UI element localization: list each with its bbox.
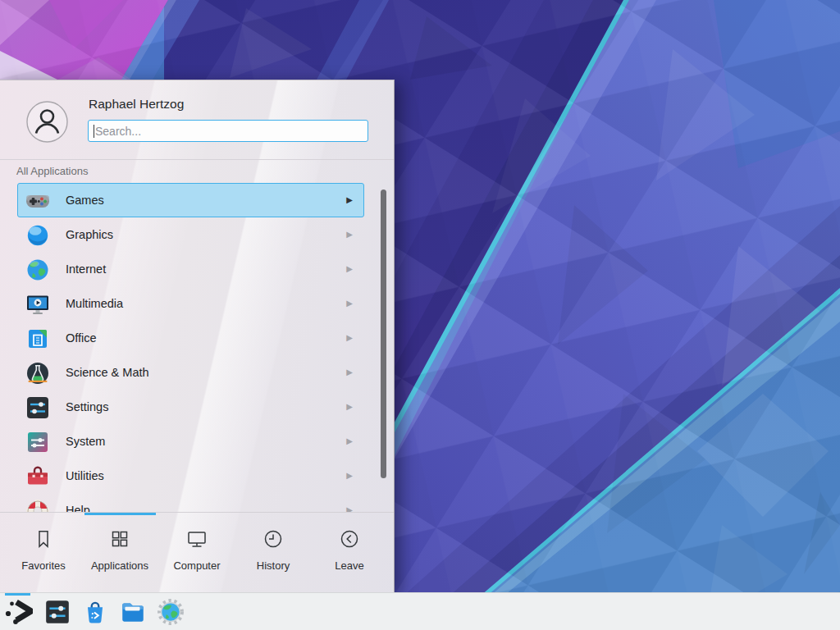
tabbar-separator	[0, 512, 394, 513]
submenu-arrow-icon: ▶	[346, 196, 353, 204]
section-label: All Applications	[16, 165, 88, 177]
dolphin-icon	[119, 598, 147, 626]
category-label: Utilities	[66, 469, 104, 482]
systemsettings-icon	[43, 598, 71, 626]
scrollbar-thumb[interactable]	[381, 189, 386, 478]
category-item-settings[interactable]: Settings▶	[17, 390, 364, 424]
category-label: Settings	[66, 400, 108, 413]
system-icon	[25, 429, 51, 455]
category-label: Games	[66, 194, 104, 207]
tab-label: Leave	[311, 559, 388, 572]
category-item-games[interactable]: Games▶	[17, 183, 364, 217]
discover-icon	[81, 598, 109, 626]
category-label: Science & Math	[66, 366, 149, 379]
submenu-arrow-icon: ▶	[346, 231, 353, 239]
user-avatar-icon[interactable]	[26, 101, 68, 143]
taskbar-discover-software-center[interactable]	[81, 598, 109, 626]
search-input[interactable]	[89, 121, 368, 141]
category-label: Multimedia	[66, 297, 123, 310]
tab-favorites[interactable]: Favorites	[5, 527, 82, 582]
history-icon	[262, 527, 285, 550]
applications-icon	[108, 527, 131, 550]
user-name: Raphael Hertzog	[89, 97, 184, 112]
kickoff-icon	[5, 598, 33, 626]
category-item-system[interactable]: System▶	[17, 424, 364, 459]
submenu-arrow-icon: ▶	[346, 265, 353, 273]
favorites-icon	[32, 527, 55, 550]
category-item-science-math[interactable]: Science & Math▶	[17, 355, 364, 390]
category-label: Graphics	[66, 228, 113, 241]
computer-icon	[185, 527, 208, 550]
search-box	[88, 120, 368, 142]
science-icon	[25, 360, 51, 386]
help-icon	[25, 498, 51, 512]
office-icon	[25, 326, 51, 352]
submenu-arrow-icon: ▶	[346, 299, 353, 308]
category-label: System	[66, 435, 105, 448]
category-item-graphics[interactable]: Graphics▶	[17, 217, 364, 252]
tab-label: History	[235, 559, 312, 572]
category-item-multimedia[interactable]: Multimedia▶	[17, 286, 364, 321]
application-launcher-popup: Raphael Hertzog All Applications Games▶G…	[0, 80, 395, 592]
launcher-header: Raphael Hertzog	[0, 80, 394, 159]
gamepad-icon	[25, 188, 51, 214]
tab-leave[interactable]: Leave	[311, 527, 388, 582]
category-label: Office	[66, 331, 97, 345]
category-item-internet[interactable]: Internet▶	[17, 252, 364, 286]
tab-label: Favorites	[5, 559, 82, 572]
taskbar-system-settings[interactable]	[43, 598, 71, 626]
submenu-arrow-icon: ▶	[346, 437, 353, 445]
taskbar-panel: ES 7:03 PM 4/24/21	[0, 592, 840, 630]
category-item-utilities[interactable]: Utilities▶	[17, 459, 364, 493]
settings-icon	[25, 395, 51, 421]
tab-history[interactable]: History	[235, 527, 312, 582]
category-item-help[interactable]: Help▶	[17, 493, 364, 512]
submenu-arrow-icon: ▶	[346, 368, 353, 377]
taskbar-application-launcher[interactable]	[5, 598, 33, 626]
tab-applications[interactable]: Applications	[81, 527, 158, 582]
desktop: Raphael Hertzog All Applications Games▶G…	[0, 0, 840, 630]
taskbar-dolphin-file-manager[interactable]	[119, 598, 147, 626]
leave-icon	[338, 527, 361, 550]
utilities-icon	[25, 463, 51, 490]
submenu-arrow-icon: ▶	[346, 334, 353, 342]
internet-icon	[25, 257, 51, 283]
header-separator	[0, 159, 394, 160]
submenu-arrow-icon: ▶	[346, 403, 353, 411]
taskbar-web-browser[interactable]	[157, 598, 185, 626]
submenu-arrow-icon: ▶	[346, 472, 353, 480]
tab-computer[interactable]: Computer	[158, 527, 235, 582]
multimedia-icon	[25, 291, 51, 317]
category-label: Internet	[66, 262, 106, 276]
graphics-icon	[25, 222, 51, 249]
category-item-office[interactable]: Office▶	[17, 321, 364, 355]
category-list: Games▶Graphics▶Internet▶Multimedia▶Offic…	[0, 183, 394, 512]
tab-label: Computer	[158, 559, 235, 572]
tab-label: Applications	[81, 559, 158, 572]
active-tab-indicator	[84, 513, 156, 515]
browser-icon	[157, 598, 185, 626]
submenu-arrow-icon: ▶	[346, 506, 353, 512]
text-cursor	[94, 125, 94, 138]
category-label: Help	[66, 504, 90, 512]
